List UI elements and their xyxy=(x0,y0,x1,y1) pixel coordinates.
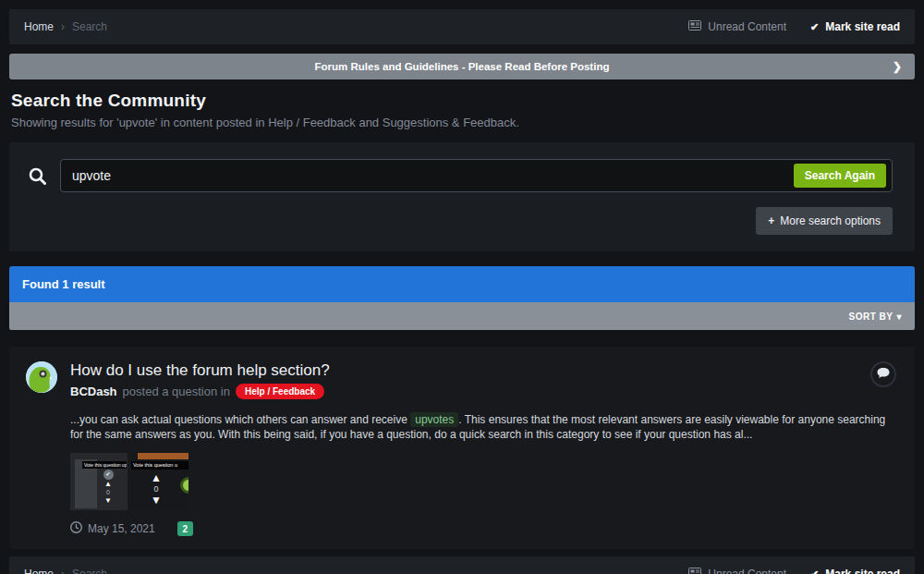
newspaper-icon xyxy=(688,568,701,574)
snippet-text: ...you can ask actual questions which ot… xyxy=(70,413,407,426)
bottombar-actions: Unread Content ✔ Mark site read xyxy=(688,568,900,574)
breadcrumb: Home › Search xyxy=(24,20,107,33)
avatar-fragment xyxy=(180,477,188,494)
question-type-badge[interactable] xyxy=(870,361,896,387)
found-results-bar: Found 1 result xyxy=(9,266,915,302)
result-main: How do I use the forum help section? BCD… xyxy=(70,361,330,399)
forum-rules-banner-text: Forum Rules and Guidelines - Please Read… xyxy=(315,61,610,72)
bottom-breadcrumb-bar: Home › Search Unread Content ✔ Mark site… xyxy=(9,556,915,574)
chevron-right-icon: ❯ xyxy=(893,60,902,73)
check-icon: ✔ xyxy=(103,470,114,480)
result-byline: BCDash posted a question in Help / Feedb… xyxy=(70,384,330,399)
downvote-arrow-icon: ▼ xyxy=(104,497,112,505)
avatar[interactable] xyxy=(26,361,57,393)
topbar-actions: Unread Content ✔ Mark site read xyxy=(688,20,900,33)
unread-content-label: Unread Content xyxy=(708,568,786,574)
breadcrumb: Home › Search xyxy=(24,568,107,574)
search-again-button[interactable]: Search Again xyxy=(794,164,886,188)
sort-bar: SORT BY ▾ xyxy=(9,302,915,330)
page-subtitle: Showing results for 'upvote' in content … xyxy=(11,116,913,129)
breadcrumb-current[interactable]: Search xyxy=(72,20,107,33)
breadcrumb-home-link[interactable]: Home xyxy=(24,20,54,33)
vote-widget: ✔ ▲ 0 ▼ xyxy=(100,470,116,505)
unread-content-label: Unread Content xyxy=(708,20,786,33)
search-result-card: How do I use the forum help section? BCD… xyxy=(9,347,915,549)
chevron-right-icon: › xyxy=(61,568,65,574)
downvote-arrow-icon: ▼ xyxy=(151,495,162,506)
forum-rules-banner[interactable]: Forum Rules and Guidelines - Please Read… xyxy=(9,54,915,79)
result-title-link[interactable]: How do I use the forum help section? xyxy=(70,361,330,380)
vote-count: 0 xyxy=(106,489,110,496)
chevron-down-icon: ▾ xyxy=(896,311,902,322)
breadcrumb-home-link[interactable]: Home xyxy=(24,568,54,574)
thumbnail-tooltip-text: Vote this question up xyxy=(82,461,127,469)
result-snippet: ...you can ask actual questions which ot… xyxy=(70,412,898,442)
check-icon: ✔ xyxy=(810,568,819,574)
vote-widget: ▲ 0 ▼ xyxy=(146,473,166,506)
page-header: Search the Community Showing results for… xyxy=(9,79,915,133)
clock-icon xyxy=(70,521,82,536)
byline-action-text: posted a question in xyxy=(123,385,230,398)
search-input[interactable] xyxy=(60,159,893,192)
mark-site-read-label: Mark site read xyxy=(825,20,900,33)
newspaper-icon xyxy=(688,20,701,33)
upvote-arrow-icon: ▲ xyxy=(104,481,112,488)
unread-content-link[interactable]: Unread Content xyxy=(688,20,786,33)
chevron-right-icon: › xyxy=(61,20,65,33)
page-title: Search the Community xyxy=(11,91,913,111)
search-panel: Search Again + More search options xyxy=(9,142,915,251)
post-date: May 15, 2021 xyxy=(70,521,155,536)
category-badge[interactable]: Help / Feedback xyxy=(236,384,324,399)
unread-content-link[interactable]: Unread Content xyxy=(688,568,786,574)
page: Home › Search Unread Content ✔ Mark site… xyxy=(0,0,924,574)
sort-by-label: SORT BY xyxy=(849,311,894,322)
mark-site-read-link[interactable]: ✔ Mark site read xyxy=(810,20,900,33)
result-meta: May 15, 2021 2 xyxy=(70,521,898,536)
thumbnail-header-bar xyxy=(138,453,188,459)
attachment-thumbnails: Vote this question up ✔ ▲ 0 ▼ Vote this … xyxy=(70,453,898,510)
upvote-arrow-icon: ▲ xyxy=(151,473,162,483)
top-breadcrumb-bar: Home › Search Unread Content ✔ Mark site… xyxy=(9,9,915,44)
more-search-options-label: More search options xyxy=(780,214,881,227)
post-date-label: May 15, 2021 xyxy=(88,522,155,535)
attachment-thumbnail[interactable]: Vote this question up ✔ ▲ 0 ▼ xyxy=(70,453,128,510)
more-search-options-button[interactable]: + More search options xyxy=(756,207,893,235)
reply-count-badge: 2 xyxy=(177,521,193,536)
attachment-thumbnail[interactable]: Vote this question u ▲ 0 ▼ xyxy=(131,453,188,510)
speech-bubble-icon xyxy=(877,366,890,383)
mark-site-read-label: Mark site read xyxy=(825,568,900,574)
plus-icon: + xyxy=(768,214,774,227)
mark-site-read-link[interactable]: ✔ Mark site read xyxy=(810,568,900,574)
breadcrumb-current[interactable]: Search xyxy=(72,568,107,574)
author-link[interactable]: BCDash xyxy=(70,385,117,398)
search-icon xyxy=(28,166,47,186)
check-icon: ✔ xyxy=(810,21,819,33)
sort-by-dropdown[interactable]: SORT BY ▾ xyxy=(849,311,902,322)
thumbnail-tooltip-text: Vote this question u xyxy=(131,461,188,470)
snippet-highlight: upvotes xyxy=(410,412,458,427)
